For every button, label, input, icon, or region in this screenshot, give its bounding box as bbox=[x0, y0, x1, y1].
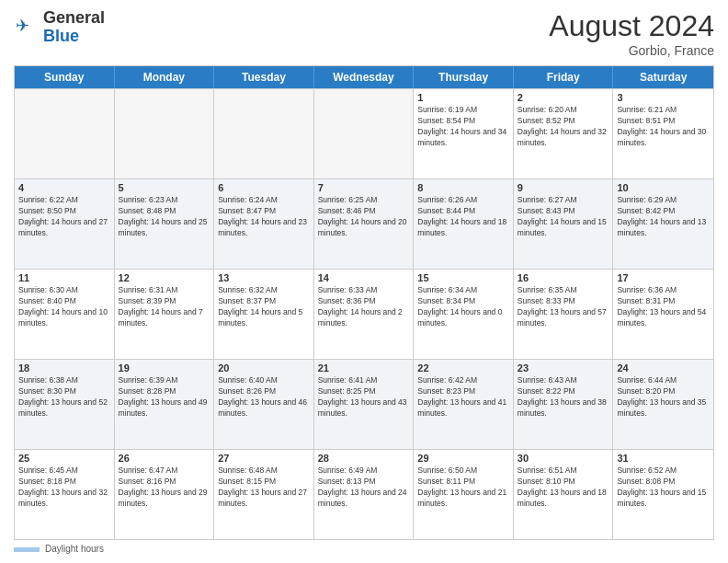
logo-blue: Blue bbox=[43, 27, 79, 45]
header-day-saturday: Saturday bbox=[613, 66, 713, 88]
cal-cell-0-5: 2Sunrise: 6:20 AMSunset: 8:52 PMDaylight… bbox=[514, 89, 614, 178]
day-info: Sunrise: 6:21 AMSunset: 8:51 PMDaylight:… bbox=[617, 105, 710, 149]
day-info: Sunrise: 6:47 AMSunset: 8:16 PMDaylight:… bbox=[119, 465, 210, 510]
cal-cell-0-6: 3Sunrise: 6:21 AMSunset: 8:51 PMDaylight… bbox=[613, 89, 713, 178]
day-number: 27 bbox=[218, 453, 310, 464]
legend: Daylight hours bbox=[14, 544, 714, 554]
day-number: 26 bbox=[119, 453, 210, 464]
day-info: Sunrise: 6:19 AMSunset: 8:54 PMDaylight:… bbox=[417, 105, 509, 149]
day-info: Sunrise: 6:40 AMSunset: 8:26 PMDaylight:… bbox=[218, 375, 310, 419]
day-number: 19 bbox=[119, 362, 210, 373]
cal-cell-1-5: 9Sunrise: 6:27 AMSunset: 8:43 PMDaylight… bbox=[514, 179, 614, 269]
month-year: August 2024 bbox=[549, 9, 714, 43]
calendar-body: 1Sunrise: 6:19 AMSunset: 8:54 PMDaylight… bbox=[15, 88, 713, 539]
cal-cell-2-4: 15Sunrise: 6:34 AMSunset: 8:34 PMDayligh… bbox=[414, 270, 514, 359]
cal-cell-1-6: 10Sunrise: 6:29 AMSunset: 8:42 PMDayligh… bbox=[613, 179, 713, 269]
cal-cell-4-2: 27Sunrise: 6:48 AMSunset: 8:15 PMDayligh… bbox=[214, 450, 314, 539]
cal-cell-2-6: 17Sunrise: 6:36 AMSunset: 8:31 PMDayligh… bbox=[613, 270, 713, 359]
cal-cell-3-4: 22Sunrise: 6:42 AMSunset: 8:23 PMDayligh… bbox=[414, 360, 514, 449]
day-info: Sunrise: 6:39 AMSunset: 8:28 PMDaylight:… bbox=[119, 375, 210, 419]
day-info: Sunrise: 6:41 AMSunset: 8:25 PMDaylight:… bbox=[318, 375, 410, 419]
day-number: 1 bbox=[417, 92, 509, 103]
cal-cell-3-2: 20Sunrise: 6:40 AMSunset: 8:26 PMDayligh… bbox=[214, 360, 314, 449]
cal-cell-1-1: 5Sunrise: 6:23 AMSunset: 8:48 PMDaylight… bbox=[115, 179, 215, 269]
logo-icon: ✈ bbox=[14, 13, 40, 42]
day-info: Sunrise: 6:52 AMSunset: 8:08 PMDaylight:… bbox=[617, 465, 710, 510]
cal-cell-0-2 bbox=[214, 89, 314, 178]
day-number: 23 bbox=[518, 362, 609, 373]
week-row-4: 18Sunrise: 6:38 AMSunset: 8:30 PMDayligh… bbox=[15, 359, 713, 449]
cal-cell-3-1: 19Sunrise: 6:39 AMSunset: 8:28 PMDayligh… bbox=[115, 360, 215, 449]
day-number: 28 bbox=[318, 453, 410, 464]
svg-rect-1 bbox=[14, 547, 40, 552]
cal-cell-2-3: 14Sunrise: 6:33 AMSunset: 8:36 PMDayligh… bbox=[314, 270, 415, 359]
logo: ✈ General Blue bbox=[14, 9, 105, 46]
cal-cell-3-6: 24Sunrise: 6:44 AMSunset: 8:20 PMDayligh… bbox=[613, 360, 713, 449]
day-number: 14 bbox=[318, 272, 410, 283]
week-row-2: 4Sunrise: 6:22 AMSunset: 8:50 PMDaylight… bbox=[15, 178, 713, 269]
cal-cell-1-3: 7Sunrise: 6:25 AMSunset: 8:46 PMDaylight… bbox=[314, 179, 415, 269]
cal-cell-4-1: 26Sunrise: 6:47 AMSunset: 8:16 PMDayligh… bbox=[115, 450, 215, 539]
cal-cell-1-4: 8Sunrise: 6:26 AMSunset: 8:44 PMDaylight… bbox=[414, 179, 514, 269]
day-info: Sunrise: 6:43 AMSunset: 8:22 PMDaylight:… bbox=[518, 375, 609, 419]
header: ✈ General Blue August 2024 Gorbio, Franc… bbox=[14, 9, 714, 58]
header-day-wednesday: Wednesday bbox=[314, 66, 415, 88]
header-day-tuesday: Tuesday bbox=[214, 66, 314, 88]
cal-cell-0-4: 1Sunrise: 6:19 AMSunset: 8:54 PMDaylight… bbox=[414, 89, 514, 178]
cal-cell-3-3: 21Sunrise: 6:41 AMSunset: 8:25 PMDayligh… bbox=[314, 360, 415, 449]
day-number: 12 bbox=[119, 272, 210, 283]
cal-cell-4-4: 29Sunrise: 6:50 AMSunset: 8:11 PMDayligh… bbox=[414, 450, 514, 539]
day-info: Sunrise: 6:31 AMSunset: 8:39 PMDaylight:… bbox=[119, 285, 210, 329]
cal-cell-3-0: 18Sunrise: 6:38 AMSunset: 8:30 PMDayligh… bbox=[15, 360, 115, 449]
day-number: 20 bbox=[218, 362, 310, 373]
legend-daylight-label: Daylight hours bbox=[45, 544, 104, 554]
day-number: 11 bbox=[18, 272, 110, 283]
day-info: Sunrise: 6:26 AMSunset: 8:44 PMDaylight:… bbox=[417, 195, 509, 239]
day-info: Sunrise: 6:34 AMSunset: 8:34 PMDaylight:… bbox=[417, 285, 509, 329]
day-info: Sunrise: 6:23 AMSunset: 8:48 PMDaylight:… bbox=[119, 195, 210, 239]
day-info: Sunrise: 6:42 AMSunset: 8:23 PMDaylight:… bbox=[417, 375, 509, 419]
day-number: 25 bbox=[18, 453, 110, 464]
day-number: 31 bbox=[617, 453, 710, 464]
day-number: 6 bbox=[218, 182, 310, 193]
day-number: 17 bbox=[617, 272, 710, 283]
day-number: 13 bbox=[218, 272, 310, 283]
calendar: SundayMondayTuesdayWednesdayThursdayFrid… bbox=[14, 65, 714, 540]
day-number: 30 bbox=[518, 453, 609, 464]
day-number: 7 bbox=[318, 182, 410, 193]
cal-cell-2-0: 11Sunrise: 6:30 AMSunset: 8:40 PMDayligh… bbox=[15, 270, 115, 359]
cal-cell-4-6: 31Sunrise: 6:52 AMSunset: 8:08 PMDayligh… bbox=[613, 450, 713, 539]
page: ✈ General Blue August 2024 Gorbio, Franc… bbox=[0, 0, 728, 563]
day-number: 5 bbox=[119, 182, 210, 193]
day-info: Sunrise: 6:30 AMSunset: 8:40 PMDaylight:… bbox=[18, 285, 110, 329]
cal-cell-4-3: 28Sunrise: 6:49 AMSunset: 8:13 PMDayligh… bbox=[314, 450, 415, 539]
svg-text:✈: ✈ bbox=[16, 17, 29, 35]
day-number: 15 bbox=[417, 272, 509, 283]
day-number: 18 bbox=[18, 362, 110, 373]
day-info: Sunrise: 6:48 AMSunset: 8:15 PMDaylight:… bbox=[218, 465, 310, 510]
day-number: 24 bbox=[617, 362, 710, 373]
week-row-5: 25Sunrise: 6:45 AMSunset: 8:18 PMDayligh… bbox=[15, 449, 713, 539]
cal-cell-0-1 bbox=[115, 89, 215, 178]
day-info: Sunrise: 6:33 AMSunset: 8:36 PMDaylight:… bbox=[318, 285, 410, 329]
header-day-monday: Monday bbox=[115, 66, 215, 88]
day-number: 3 bbox=[617, 92, 710, 103]
logo-text: General Blue bbox=[43, 9, 105, 46]
cal-cell-0-0 bbox=[15, 89, 115, 178]
location: Gorbio, France bbox=[549, 43, 714, 58]
cal-cell-1-0: 4Sunrise: 6:22 AMSunset: 8:50 PMDaylight… bbox=[15, 179, 115, 269]
day-number: 22 bbox=[417, 362, 509, 373]
header-day-thursday: Thursday bbox=[414, 66, 514, 88]
cal-cell-4-0: 25Sunrise: 6:45 AMSunset: 8:18 PMDayligh… bbox=[15, 450, 115, 539]
cal-cell-2-5: 16Sunrise: 6:35 AMSunset: 8:33 PMDayligh… bbox=[514, 270, 614, 359]
day-info: Sunrise: 6:20 AMSunset: 8:52 PMDaylight:… bbox=[518, 105, 609, 149]
day-info: Sunrise: 6:29 AMSunset: 8:42 PMDaylight:… bbox=[617, 195, 710, 239]
cal-cell-0-3 bbox=[314, 89, 415, 178]
day-info: Sunrise: 6:24 AMSunset: 8:47 PMDaylight:… bbox=[218, 195, 310, 239]
day-info: Sunrise: 6:50 AMSunset: 8:11 PMDaylight:… bbox=[417, 465, 509, 510]
day-info: Sunrise: 6:38 AMSunset: 8:30 PMDaylight:… bbox=[18, 375, 110, 419]
day-number: 9 bbox=[518, 182, 609, 193]
day-number: 10 bbox=[617, 182, 710, 193]
cal-cell-1-2: 6Sunrise: 6:24 AMSunset: 8:47 PMDaylight… bbox=[214, 179, 314, 269]
day-number: 29 bbox=[417, 453, 509, 464]
